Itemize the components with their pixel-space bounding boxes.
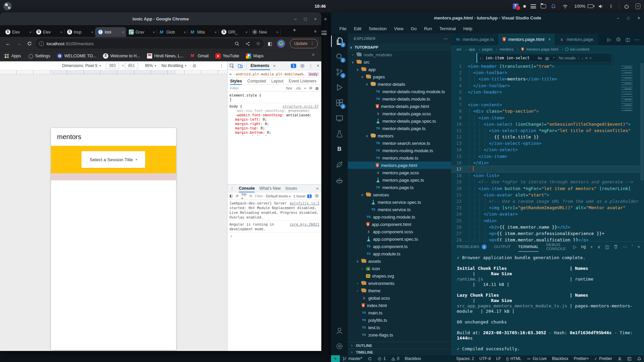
bookmark-item[interactable]: Maps bbox=[246, 53, 264, 59]
code-line[interactable]: 21 │ │ │ <ion-avatar slot="start"> bbox=[451, 192, 639, 198]
browser-tab[interactable]: Grav × bbox=[126, 27, 157, 37]
minimize-button[interactable]: – bbox=[617, 16, 619, 20]
run-debug[interactable] bbox=[331, 80, 348, 95]
tab-close-icon[interactable]: × bbox=[30, 30, 32, 34]
tree-item[interactable]: ∨ services bbox=[348, 191, 451, 198]
tree-item[interactable]: app.component.scss bbox=[348, 228, 451, 235]
code-line[interactable]: 16 │ </div> bbox=[451, 160, 639, 166]
code-line[interactable]: 25 │ │ │ <div> bbox=[451, 218, 639, 224]
tab-close-icon[interactable]: × bbox=[246, 30, 248, 34]
terminal-output[interactable]: ✓ Browser application bundle generation … bbox=[457, 255, 639, 354]
tab-close-icon[interactable]: × bbox=[184, 30, 186, 34]
code-line[interactable]: 12 │ │ │ │ │ {{ title.title }} bbox=[451, 134, 639, 140]
bookmark-item[interactable]: Hindi News, L... bbox=[147, 53, 184, 59]
browser-tab[interactable]: New × bbox=[250, 27, 280, 37]
bookmark-item[interactable]: YouTube bbox=[215, 53, 239, 59]
maximize-button[interactable]: □ bbox=[304, 16, 307, 21]
settings[interactable] bbox=[331, 339, 348, 354]
css-declaration[interactable]: margin-bottom: 0; bbox=[229, 130, 321, 135]
power-icon[interactable] bbox=[624, 4, 631, 9]
timeline-history-icon[interactable] bbox=[616, 37, 621, 42]
styles-filter-input[interactable]: Filter bbox=[230, 86, 282, 90]
panel-toggle-icon[interactable]: ‹ bbox=[636, 3, 642, 9]
tree-item[interactable]: mentor-details.page.spec.ts bbox=[348, 117, 451, 125]
notifications[interactable] bbox=[634, 355, 644, 362]
devtools-close-icon[interactable]: × bbox=[317, 63, 319, 68]
extensions[interactable]: 4 bbox=[331, 95, 348, 111]
console-settings-icon[interactable] bbox=[314, 193, 319, 198]
site-info-icon[interactable]: i bbox=[39, 41, 44, 46]
find-next-icon[interactable]: ↓ bbox=[581, 56, 583, 60]
bookmarks-overflow-icon[interactable]: » bbox=[312, 52, 315, 57]
console-tab[interactable]: Console bbox=[239, 186, 255, 191]
cls-toggle[interactable]: .cls bbox=[296, 86, 301, 90]
css-declaration[interactable]: margin-right: 0; bbox=[229, 122, 321, 126]
code-line[interactable]: 9 │ │ <ion-item> bbox=[451, 115, 639, 121]
browser-tab[interactable]: Elev × bbox=[3, 27, 34, 37]
hov-toggle[interactable]: :hov bbox=[285, 86, 292, 90]
teams-icon[interactable] bbox=[513, 3, 519, 9]
volume-icon[interactable] bbox=[598, 4, 605, 9]
code-line[interactable]: 17 bbox=[451, 166, 639, 172]
tree-item[interactable]: › theme bbox=[348, 287, 451, 294]
bookmark-star-icon[interactable]: ☆ bbox=[256, 41, 260, 47]
console-message[interactable]: polyfills.js:1 [webpack-dev-server] Serv… bbox=[227, 200, 321, 221]
drawer-menu-icon[interactable]: ⋮ bbox=[230, 186, 234, 191]
breadcrumb-item[interactable]: mentors.page.html bbox=[521, 47, 563, 51]
maximize-panel-icon[interactable]: ˆ bbox=[632, 244, 633, 249]
devtools-menu-icon[interactable]: ⋮ bbox=[309, 63, 313, 68]
go-live[interactable]: Go Live bbox=[524, 355, 549, 362]
close-panel-icon[interactable]: × bbox=[638, 244, 640, 249]
browser-tab[interactable]: GRI_ × bbox=[219, 27, 250, 37]
tab-close-icon[interactable]: × bbox=[153, 30, 155, 34]
styles-tab[interactable]: Styles bbox=[230, 79, 242, 83]
chrome-update-button[interactable]: Update ⋮ bbox=[290, 39, 318, 48]
inspect-element-icon[interactable] bbox=[229, 63, 234, 68]
bookmark-item[interactable]: Gmail bbox=[190, 53, 209, 59]
tree-item[interactable]: polyfills.ts bbox=[348, 316, 451, 324]
menu-item[interactable]: Selection bbox=[365, 26, 390, 31]
device-width-input[interactable] bbox=[106, 63, 119, 69]
device-toggle-icon[interactable] bbox=[238, 63, 243, 68]
menu-item[interactable]: Terminal bbox=[436, 26, 460, 31]
menu-icon[interactable] bbox=[531, 4, 536, 8]
tree-item[interactable]: mentor-details.page.html bbox=[348, 103, 451, 110]
code-line[interactable]: 27 │ │ │ │ <p>{{ item.mentor.professiona… bbox=[451, 230, 639, 237]
regex-toggle[interactable]: .* bbox=[552, 56, 555, 60]
code-line[interactable]: 7 <ion-content> bbox=[451, 102, 639, 108]
prettier-plus[interactable]: Prettier+ bbox=[571, 355, 592, 362]
encoding[interactable]: UTF-8 bbox=[477, 355, 493, 362]
tree-item[interactable]: mentor-search.service.ts bbox=[348, 139, 451, 147]
drawer-close-icon[interactable]: × bbox=[316, 186, 319, 191]
language-mode[interactable]: {} HTML bbox=[503, 355, 524, 362]
distro-logo-icon[interactable] bbox=[3, 2, 12, 10]
code-line[interactable]: 23 │ │ │ │ <img [src]="getRandomImageURL… bbox=[451, 204, 639, 211]
tree-item[interactable]: app.component.ts bbox=[348, 243, 451, 250]
code-line[interactable]: 20 │ │ <ion-item button *ngFor="let item… bbox=[451, 185, 639, 192]
workspace-root[interactable]: ∨ TUTORSAPP bbox=[348, 44, 451, 51]
close-button[interactable]: × bbox=[314, 16, 317, 21]
tree-item[interactable]: app-routing.module.ts bbox=[348, 213, 451, 221]
grid-icon[interactable]: ▦ bbox=[315, 86, 319, 90]
blackbox-status[interactable]: Blackbox bbox=[402, 355, 424, 362]
panel-tab[interactable]: PROBLEMS 1 bbox=[457, 242, 487, 252]
code-line[interactable]: 8 │ <div class="top-section"> bbox=[451, 108, 639, 114]
menu-item[interactable]: Edit bbox=[350, 26, 365, 31]
tree-item[interactable]: ∨ assets bbox=[348, 257, 451, 265]
find-close-icon[interactable]: × bbox=[589, 56, 591, 60]
clock[interactable]: 10:46 bbox=[315, 0, 326, 12]
tab-elements[interactable]: Elements bbox=[250, 63, 270, 68]
code-line[interactable]: 4 │ </ion-toolbar> bbox=[451, 82, 639, 89]
tree-item[interactable]: › environments bbox=[348, 280, 451, 287]
tray-divider[interactable] bbox=[619, 3, 619, 10]
run-file-icon[interactable]: ▷ bbox=[607, 37, 611, 42]
issues-counter[interactable]: 1 Issue: 1 bbox=[293, 194, 312, 198]
breadcrumb-item[interactable]: src bbox=[457, 47, 467, 51]
chrome-titlebar[interactable]: Ionic App - Google Chrome – □ × bbox=[0, 12, 321, 25]
browser-tab[interactable]: Elev × bbox=[34, 27, 64, 37]
new-tab-button[interactable]: + bbox=[290, 27, 299, 33]
code-line[interactable]: 19 │ │ <!-- Use *ngFor to iterate throug… bbox=[451, 179, 639, 185]
panel-more-icon[interactable]: ⋯ bbox=[623, 244, 627, 249]
console-prompt[interactable]: › bbox=[227, 233, 321, 240]
warnings[interactable]: 0 bbox=[388, 355, 402, 362]
